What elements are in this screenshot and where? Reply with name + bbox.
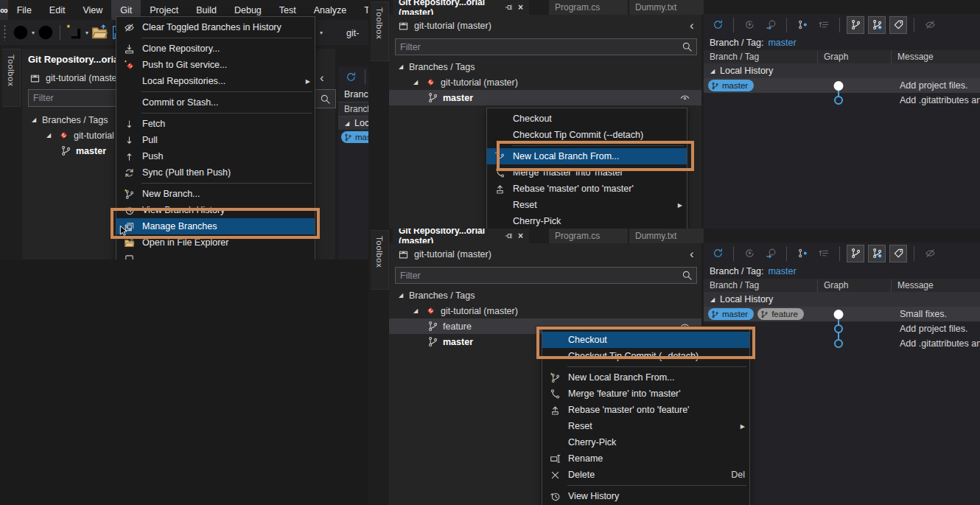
branch-tag-value[interactable]: master [768,266,796,276]
forward-icon[interactable] [37,24,55,41]
commit-node-filled[interactable] [834,81,844,91]
local-history-section[interactable]: ◢ Local History [704,292,980,307]
menu-item-pull[interactable]: Pull [116,132,315,148]
expander-icon[interactable]: ◢ [708,68,717,74]
branch-badge-feature[interactable]: feature [757,308,804,320]
menu-item-checkout[interactable]: Checkout [542,332,749,348]
refresh-icon[interactable] [343,68,358,86]
repo-row[interactable]: git-tutorial (master) [396,19,491,32]
menu-item-commit-or-stash[interactable]: Commit or Stash... [116,94,315,111]
toolbox-tab[interactable]: Toolbox [371,230,389,290]
new-item-caret-icon[interactable]: ▾ [85,29,88,36]
expander-icon[interactable]: ◢ [44,132,53,139]
tab-git-repository-orial-master[interactable]: Git Repository...orial (master)× [393,0,529,15]
tree-item-branches-tags[interactable]: ◢Branches / Tags [389,288,701,303]
commit-node-open[interactable] [834,324,843,333]
tab-program-cs[interactable]: Program.cs [549,0,628,15]
repo-row[interactable]: git-tutorial (master) [396,248,491,261]
remote-branches-icon[interactable] [868,245,886,262]
tab-git-repository-orial-master[interactable]: Git Repository...orial (master)× [393,229,529,243]
back-caret-icon[interactable]: ▾ [32,29,35,36]
compare-branch-icon[interactable] [794,16,811,34]
tree-item-master[interactable]: master [389,90,701,105]
collapse-chevron-icon[interactable]: ‹ [690,248,694,260]
menu-item-push[interactable]: Push [116,148,315,164]
menu-item-manage-branches[interactable]: Manage Branches [116,218,315,234]
pin-icon[interactable] [504,3,513,12]
collapse-chevron-icon[interactable]: ‹ [320,72,324,84]
menu-item-clear-toggled-branches-in-history[interactable]: Clear Toggled Branches in History [116,19,315,35]
compare-branch-icon[interactable] [794,245,811,262]
close-icon[interactable]: × [518,231,523,240]
menu-item-fetch[interactable]: Fetch [116,116,315,132]
commit-node-filled[interactable] [834,310,844,319]
menu-item-reset[interactable]: Reset▶ [542,418,749,434]
branch-badge-master[interactable]: master [708,80,754,91]
menu-item-delete[interactable]: DeleteDel [542,467,749,483]
column-header-message[interactable]: Message [892,279,980,292]
remote-branches-icon[interactable] [868,16,886,34]
toolbox-tab[interactable]: Toolbox [2,49,21,107]
menu-item-new-local-branch-from[interactable]: New Local Branch From... [487,148,687,164]
commit-node-open[interactable] [834,339,843,348]
menu-item-checkout-tip-commit-detach[interactable]: Checkout Tip Commit (--detach) [487,127,687,143]
branch-badge-master[interactable]: master [708,308,754,320]
pull-request-icon[interactable] [815,16,833,34]
tree-item-branches-tags[interactable]: ◢Branches / Tags [389,59,701,74]
filter-input[interactable] [396,42,680,52]
expander-icon[interactable]: ◢ [411,307,420,314]
fetch-icon[interactable] [741,245,758,262]
branch-badge-master[interactable]: master [341,131,368,143]
pull-icon[interactable] [762,245,780,262]
tree-item-git-tutorial-master[interactable]: ◢git-tutorial (master) [389,74,701,90]
expander-icon[interactable]: ◢ [708,296,717,303]
menubar-item-edit[interactable]: Edit [41,0,74,20]
menu-item-open-in-file-explorer[interactable]: Open in File Explorer [116,234,315,251]
column-header-branch-tag[interactable]: Branch / Tag [704,279,818,292]
refresh-icon[interactable] [709,16,727,34]
menu-item-item[interactable] [116,251,315,260]
pin-icon[interactable] [504,231,513,240]
menu-item-reset[interactable]: Reset▶ [487,197,687,213]
menu-item-cherry-pick[interactable]: Cherry-Pick [487,213,687,229]
search-button[interactable] [314,89,336,108]
hide-graph-icon[interactable] [921,16,939,34]
menu-item-new-local-branch-from[interactable]: New Local Branch From... [542,369,749,386]
pull-icon[interactable] [762,16,780,34]
local-branches-icon[interactable] [847,245,864,262]
eye-icon[interactable] [678,91,691,105]
menu-item-checkout[interactable]: Checkout [487,111,687,127]
refresh-icon[interactable] [709,245,727,262]
collapse-chevron-icon[interactable]: ‹ [690,19,694,32]
tab-dummy-txt[interactable]: Dummy.txt [629,0,708,15]
column-header-message[interactable]: Message [892,51,980,63]
column-header-graph[interactable]: Graph [818,51,892,63]
menu-item-new-branch[interactable]: New Branch... [116,186,315,202]
column-header-graph[interactable]: Graph [818,279,892,292]
expander-icon[interactable]: ◢ [411,79,420,86]
toolbox-tab[interactable]: Toolbox [371,1,389,61]
tab-program-cs[interactable]: Program.cs [549,229,628,243]
menu-item-clone-repository[interactable]: Clone Repository... [116,41,315,57]
expander-icon[interactable]: ◢ [343,120,351,127]
fetch-icon[interactable] [741,16,758,34]
menu-item-rename[interactable]: Rename [542,450,749,467]
repo-row[interactable]: git-tutorial (master) [28,72,123,85]
open-folder-icon[interactable] [91,24,108,41]
history-row-add-project-files[interactable]: masterAdd project files. [704,78,980,93]
column-header-branch-tag[interactable]: Branch / Tag [338,104,368,114]
menubar-item-tools[interactable]: Tools [355,0,368,20]
toolbar-drag-handle[interactable] [3,24,7,41]
menu-item-view-history[interactable]: View History [542,488,749,504]
menu-item-merge-master-into-master[interactable]: Merge 'master' into 'master' [487,164,687,181]
back-icon[interactable] [12,24,29,41]
menu-item-cherry-pick[interactable]: Cherry-Pick [542,434,749,450]
local-branches-icon[interactable] [847,16,864,34]
local-history-section[interactable]: ◢ Local History [704,63,980,78]
run-target-caret-icon[interactable]: ▾ [320,29,323,36]
tree-item-git-tutorial-master[interactable]: ◢git-tutorial (master) [389,303,701,318]
menubar-item-view[interactable]: View [74,0,111,20]
commit-node-open[interactable] [834,96,843,105]
tags-icon[interactable] [889,245,907,262]
menu-item-rebase-master-onto-master[interactable]: Rebase 'master' onto 'master' [487,181,687,197]
